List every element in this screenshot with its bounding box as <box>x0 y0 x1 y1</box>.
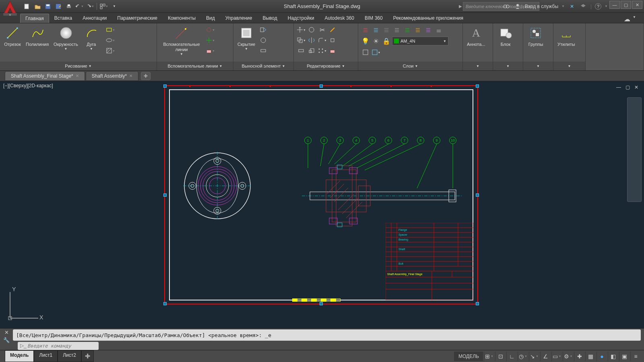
new-icon[interactable] <box>23 2 31 11</box>
cloud-icon[interactable]: ☁ <box>624 15 630 23</box>
maximize-button[interactable]: ▢ <box>621 1 631 9</box>
tab-a360[interactable]: Autodesk 360 <box>320 13 359 23</box>
trim-icon[interactable]: ✂ <box>317 25 327 35</box>
layer-state-icon[interactable] <box>434 25 444 35</box>
cline-auto-icon[interactable]: ▼ <box>205 25 215 35</box>
panel-edit-title[interactable]: Редактирование ▼ <box>294 62 358 70</box>
panel-util-expand[interactable]: ▼ <box>553 62 585 70</box>
new-drawing-button[interactable]: ✚ <box>141 72 151 80</box>
hardware-accel-icon[interactable]: ● <box>597 352 607 361</box>
groups-button[interactable]: Группы <box>526 25 546 60</box>
doctab-0[interactable]: Shaft Assembly_Final Stage*✕ <box>5 71 85 81</box>
cline-erase-icon[interactable]: ▼ <box>205 46 215 56</box>
redo-icon[interactable]: ▼ <box>85 2 94 11</box>
polyline-button[interactable]: Полилиния <box>24 25 50 60</box>
add-layout-button[interactable]: ✚ <box>81 350 94 362</box>
isolate-icon[interactable]: ◧ <box>608 352 618 361</box>
vp-maximize-icon[interactable]: ▢ <box>624 84 631 91</box>
doctab-1[interactable]: Shaft Assembly*✕ <box>86 71 138 81</box>
cmd-customize-icon[interactable]: 🔧 <box>3 337 10 343</box>
cline-proj-icon[interactable]: ▼ <box>205 35 215 45</box>
selection-cycling-icon[interactable]: ✚ <box>574 352 584 361</box>
rect-icon[interactable]: ▼ <box>105 25 115 35</box>
save-icon[interactable] <box>43 2 52 11</box>
stretch-icon[interactable] <box>296 46 306 56</box>
tab-sheet1[interactable]: Лист1 <box>34 350 58 362</box>
section-icon[interactable] <box>258 25 268 35</box>
layer-bulb-icon[interactable]: 💡 <box>361 36 370 46</box>
model-space-button[interactable]: МОДЕЛЬ <box>454 352 483 361</box>
panel-groups-expand[interactable]: ▼ <box>523 62 553 70</box>
snap-icon[interactable]: ⊡ <box>495 352 506 361</box>
annotation-button[interactable]: AАннота... <box>465 25 487 60</box>
powertools-icon[interactable] <box>328 25 337 35</box>
fillet-icon[interactable]: ▼ <box>317 35 327 45</box>
rotate-icon[interactable] <box>307 25 316 35</box>
layer-props-icon[interactable] <box>361 47 370 57</box>
powererase-icon[interactable] <box>328 46 337 56</box>
undo-icon[interactable]: ▼ <box>75 2 84 11</box>
layer-sun-icon[interactable]: ☀ <box>371 36 381 46</box>
mirror-icon[interactable] <box>307 35 316 45</box>
tab-home[interactable]: Главная <box>20 14 49 23</box>
layer-lock2-icon[interactable]: 🔒 <box>382 36 391 46</box>
panel-detail-title[interactable]: Выносной элемент ▼ <box>233 62 293 70</box>
tab-view[interactable]: Вид <box>201 13 220 23</box>
lineweight-icon[interactable]: ▭▼ <box>551 352 562 361</box>
saveas-icon[interactable] <box>54 2 63 11</box>
panel-annot-expand[interactable]: ▼ <box>463 62 493 70</box>
tab-insert[interactable]: Вставка <box>49 13 78 23</box>
grid-icon[interactable]: ⊞▼ <box>484 352 494 361</box>
search-expand-icon[interactable]: ▶ <box>459 4 462 8</box>
tab-components[interactable]: Компоненты <box>163 13 201 23</box>
layer-match-icon[interactable] <box>402 25 412 35</box>
close-button[interactable]: ✕ <box>632 1 642 9</box>
tab-annotate[interactable]: Аннотации <box>77 13 112 23</box>
break-icon[interactable] <box>258 46 268 56</box>
tab-addins[interactable]: Надстройки <box>283 13 320 23</box>
minimize-button[interactable]: — <box>609 1 620 9</box>
clean-screen-icon[interactable]: ▣ <box>619 352 630 361</box>
signin-icon[interactable] <box>514 2 522 10</box>
tab-output[interactable]: Вывод <box>257 13 282 23</box>
construction-lines-button[interactable]: Вспомогательные линии▼ <box>159 25 204 60</box>
drawing-canvas[interactable]: [−][Сверху][2D-каркас] — ▢ ✕ <box>0 81 644 328</box>
tab-featured[interactable]: Рекомендованные приложения <box>388 13 469 23</box>
arc-button[interactable]: Дуга▼ <box>81 25 101 60</box>
viewport-label[interactable]: [−][Сверху][2D-каркас] <box>3 83 53 88</box>
panel-layers-title[interactable]: Слои ▼ <box>358 62 462 70</box>
qat-dropdown-icon[interactable]: ▼ <box>110 2 119 11</box>
layer-lock-icon[interactable] <box>392 25 402 35</box>
app-logo-icon[interactable]: M <box>2 0 19 16</box>
vp-close-icon[interactable]: ✕ <box>633 84 640 91</box>
scale-icon[interactable] <box>307 46 316 56</box>
navigation-bar[interactable] <box>627 97 642 202</box>
layer-off-icon[interactable] <box>382 25 391 35</box>
hatch-icon[interactable]: ▼ <box>105 46 115 56</box>
exchange-icon[interactable]: ✕ <box>568 2 576 10</box>
panel-draw-title[interactable]: Рисование ▼ <box>0 62 157 70</box>
block-button[interactable]: Блок <box>495 25 516 60</box>
layout-icon[interactable]: ▼ <box>99 2 108 11</box>
layer-make-icon[interactable]: ▼ <box>371 47 381 57</box>
tab-parametric[interactable]: Параметрические <box>112 13 163 23</box>
panel-construction-title[interactable]: Вспомогательные линии ▼ <box>157 62 233 70</box>
layer-iso-icon[interactable] <box>361 25 370 35</box>
polar-icon[interactable]: ◷▼ <box>518 352 528 361</box>
ucs-icon[interactable]: Y X <box>4 284 44 324</box>
ellipse-icon[interactable]: ▼ <box>105 35 115 45</box>
infocenter-icon[interactable] <box>502 2 510 10</box>
layer-prev-icon[interactable] <box>413 25 423 35</box>
circle-button[interactable]: Окружность▼ <box>52 25 80 60</box>
layer-walk-icon[interactable] <box>423 25 433 35</box>
hide-button[interactable]: Скрытие▼ <box>236 25 257 60</box>
transparency-icon[interactable]: ⚙▼ <box>563 352 573 361</box>
osnap-icon[interactable]: ↘▼ <box>529 352 539 361</box>
workspace-icon[interactable]: ▦ <box>585 352 596 361</box>
close-icon[interactable]: ✕ <box>129 74 132 78</box>
customize-icon[interactable]: ≡ <box>630 352 641 361</box>
open-icon[interactable] <box>33 2 42 11</box>
layer-dropdown[interactable]: AM_4N▼ <box>392 37 448 45</box>
line-button[interactable]: Отрезок <box>2 25 23 60</box>
command-input[interactable] <box>18 342 99 350</box>
